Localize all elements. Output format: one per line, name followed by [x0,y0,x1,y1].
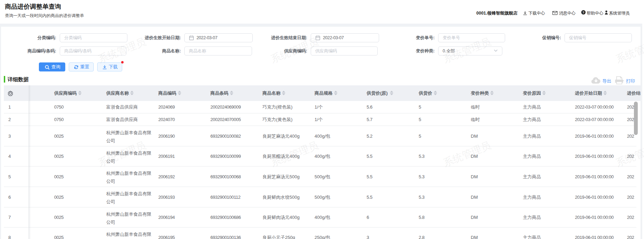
svg-text:?: ? [583,10,585,14]
